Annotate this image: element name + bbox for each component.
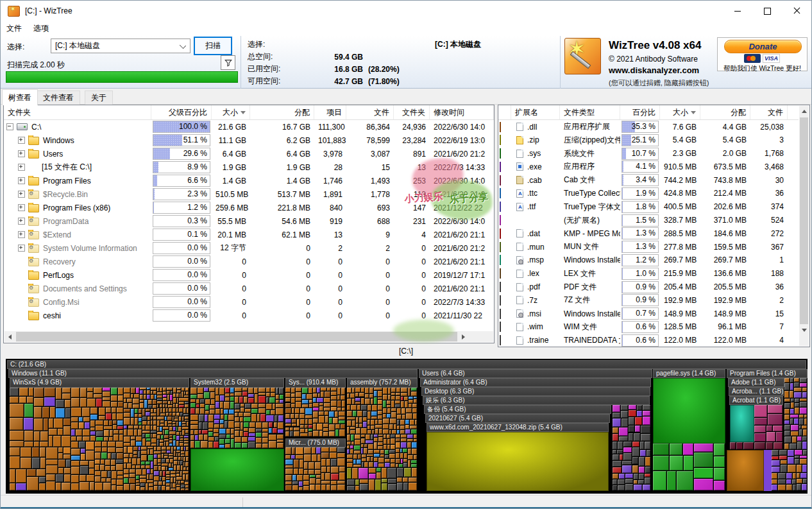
treemap-tile[interactable]: [128, 426, 134, 429]
expand-icon[interactable]: [18, 177, 25, 184]
treemap-tile[interactable]: [694, 453, 713, 467]
treemap-tile[interactable]: [182, 422, 185, 424]
treemap-tile[interactable]: [316, 475, 321, 478]
treemap-tile[interactable]: [163, 398, 167, 401]
treemap-tile[interactable]: [163, 427, 169, 429]
treemap-tile[interactable]: [391, 435, 395, 438]
expand-icon[interactable]: [18, 218, 25, 225]
treemap-tile[interactable]: [368, 420, 370, 426]
treemap-tile[interactable]: [196, 399, 199, 404]
treemap-tile[interactable]: [182, 417, 184, 420]
treemap-tile[interactable]: [389, 450, 396, 453]
treemap-tile[interactable]: [127, 463, 131, 469]
treemap-tile[interactable]: [323, 424, 328, 427]
treemap-tile[interactable]: [176, 487, 180, 490]
treemap-tile[interactable]: [784, 409, 790, 414]
treemap-tile[interactable]: [248, 398, 254, 403]
treemap-tile[interactable]: [245, 404, 251, 409]
treemap-tile[interactable]: [277, 443, 283, 448]
treemap-tile[interactable]: [791, 431, 798, 436]
treemap-tile[interactable]: [294, 469, 298, 474]
treemap-tile[interactable]: [178, 481, 181, 484]
table-row[interactable]: Config.Msi0.0 %000002022/7/3 14:33: [4, 295, 494, 309]
treemap-tile[interactable]: [383, 401, 386, 407]
treemap-tile[interactable]: [266, 397, 269, 403]
treemap-tile[interactable]: [355, 388, 360, 392]
table-row[interactable]: Recovery0.0 %000002021/6/20 21:1: [4, 255, 494, 268]
treemap-tile[interactable]: [278, 422, 283, 429]
treemap-tile[interactable]: [153, 434, 156, 438]
treemap-tile[interactable]: [337, 485, 345, 490]
treemap-tile[interactable]: [309, 432, 312, 436]
treemap-tile[interactable]: [378, 420, 382, 425]
treemap-tile[interactable]: [154, 409, 156, 413]
treemap-tile[interactable]: [374, 435, 378, 437]
treemap-tile[interactable]: [124, 436, 130, 442]
treemap-tile[interactable]: [169, 427, 173, 431]
treemap-tile[interactable]: [317, 424, 323, 430]
scan-button[interactable]: 扫描: [194, 37, 232, 55]
treemap-tile[interactable]: [784, 383, 790, 390]
treemap-tile[interactable]: [117, 486, 123, 490]
treemap-tile[interactable]: [768, 405, 782, 413]
treemap-tile[interactable]: [387, 405, 391, 408]
treemap-tile[interactable]: [309, 470, 314, 474]
column-header[interactable]: 修改时间: [430, 105, 494, 119]
treemap-tile[interactable]: [182, 392, 183, 397]
treemap-tile[interactable]: [374, 450, 380, 453]
treemap-tile[interactable]: [185, 388, 189, 391]
treemap-tile[interactable]: [784, 378, 790, 383]
treemap-tile[interactable]: [185, 451, 189, 456]
treemap-tile[interactable]: [89, 461, 94, 468]
treemap-tile[interactable]: [208, 429, 213, 431]
treemap-tile[interactable]: [405, 420, 409, 424]
treemap-tile[interactable]: [136, 469, 142, 475]
treemap-tile[interactable]: [248, 442, 255, 448]
treemap-tile[interactable]: [337, 458, 345, 466]
treemap-tile[interactable]: [387, 445, 390, 450]
treemap-tile[interactable]: [388, 395, 391, 401]
treemap-tile[interactable]: [90, 420, 95, 427]
treemap-tile[interactable]: [105, 466, 110, 470]
treemap-tile[interactable]: [182, 430, 185, 435]
table-row[interactable]: .ttcTrueType Collect1.9 %424.8 MB212.4 M…: [498, 187, 809, 200]
treemap-tile[interactable]: [157, 440, 159, 446]
treemap-tile[interactable]: [190, 403, 196, 408]
treemap-tile[interactable]: [166, 408, 167, 412]
treemap-tile[interactable]: [347, 449, 350, 454]
treemap-tile[interactable]: [325, 473, 331, 480]
treemap-tile[interactable]: [117, 413, 123, 420]
treemap-tile[interactable]: [46, 447, 58, 459]
treemap-tile[interactable]: [387, 439, 390, 444]
treemap-tile[interactable]: [409, 400, 413, 403]
table-row[interactable]: .lexLEX 文件1.0 %215.9 MB136.6 MB188: [498, 267, 809, 280]
treemap-tile[interactable]: [166, 459, 169, 463]
treemap-tile[interactable]: [10, 404, 24, 417]
treemap-tile[interactable]: [409, 478, 417, 483]
treemap-tile[interactable]: [300, 408, 305, 413]
treemap-tile[interactable]: [154, 466, 158, 471]
treemap-tile[interactable]: [225, 393, 230, 397]
treemap-tile[interactable]: [63, 454, 71, 459]
treemap-tile[interactable]: [49, 429, 57, 435]
treemap-tile[interactable]: [797, 465, 802, 472]
treemap-tile[interactable]: [350, 427, 355, 429]
treemap-tile[interactable]: [82, 408, 90, 417]
treemap-tile[interactable]: [766, 432, 775, 442]
treemap-tile[interactable]: [111, 466, 115, 470]
treemap-tile[interactable]: [112, 453, 116, 459]
treemap-tile[interactable]: [124, 469, 129, 474]
treemap-tile[interactable]: [396, 396, 400, 400]
treemap-tile[interactable]: [154, 454, 157, 458]
treemap-tile[interactable]: [146, 483, 149, 490]
treemap-tile[interactable]: [171, 478, 174, 483]
treemap-tile[interactable]: [87, 399, 96, 407]
treemap-tile[interactable]: [169, 468, 173, 470]
treemap-tile[interactable]: [151, 391, 153, 394]
treemap-tile[interactable]: [135, 418, 138, 424]
treemap-label[interactable]: Adobe (1.1 GB): [728, 378, 784, 387]
treemap-tile[interactable]: [130, 474, 135, 478]
treemap-tile[interactable]: [244, 428, 248, 431]
treemap-tile[interactable]: [714, 468, 725, 480]
treemap-tile[interactable]: [117, 453, 123, 459]
